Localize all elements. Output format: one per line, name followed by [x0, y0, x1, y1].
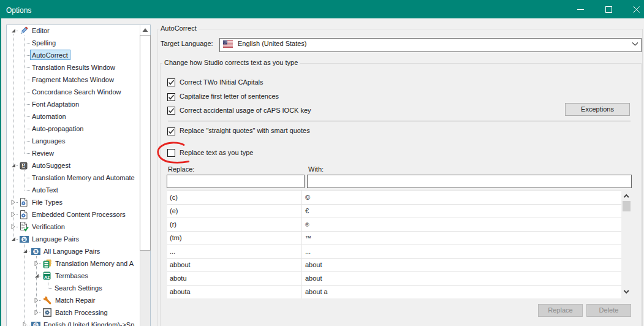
svg-text:A: A — [22, 164, 25, 168]
svg-text:S: S — [34, 322, 38, 326]
svg-text:S: S — [34, 249, 38, 254]
svg-text:S: S — [23, 237, 26, 242]
svg-text:Az: Az — [44, 275, 50, 280]
